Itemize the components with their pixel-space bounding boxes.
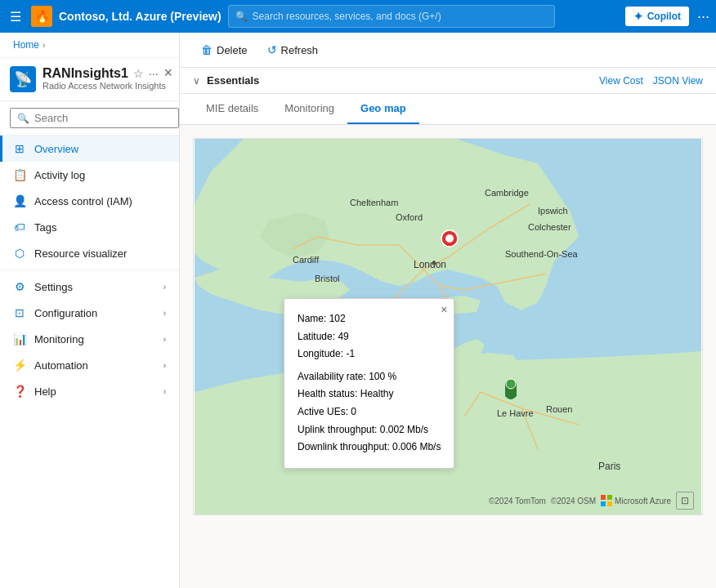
settings-chevron-icon: › [163, 283, 166, 292]
sidebar-item-automation[interactable]: ⚡ Automation › [0, 352, 179, 378]
sidebar-item-access-control[interactable]: 👤 Access control (IAM) [0, 188, 179, 214]
azure-logo-icon [601, 495, 612, 506]
tags-icon: 🏷 [13, 220, 26, 234]
sidebar-item-overview[interactable]: ⊞ Overview [0, 136, 179, 162]
sidebar-item-access-control-label: Access control (IAM) [34, 195, 132, 207]
map-footer-tomtom: ©2024 TomTom [489, 497, 546, 506]
popup-availability-value: 100 % [369, 371, 396, 382]
sidebar-item-tags[interactable]: 🏷 Tags [0, 214, 179, 240]
sidebar-item-help[interactable]: ❓ Help › [0, 378, 179, 404]
refresh-icon: ↺ [267, 43, 277, 56]
tabs-container: MIE details Monitoring Geo map [180, 94, 716, 125]
svg-rect-45 [607, 495, 612, 500]
sidebar-item-resource-visualizer-label: Resource visualizer [34, 247, 127, 260]
nav-divider-1 [0, 270, 179, 270]
map-popup-close-icon[interactable]: × [441, 304, 447, 315]
access-control-icon: 👤 [13, 194, 26, 207]
map-container: Cambridge Ipswich Colchester Cheltenham … [193, 138, 703, 515]
breadcrumb-home[interactable]: Home [13, 39, 39, 51]
popup-name-row: Name: 102 [298, 310, 441, 328]
popup-active-ues-row: Active UEs: 0 [298, 403, 441, 421]
svg-text:London: London [414, 259, 446, 270]
resource-name: RANInsights1 [43, 66, 128, 81]
popup-availability-label: Availability rate: [298, 371, 366, 382]
automation-icon: ⚡ [13, 359, 26, 372]
sidebar-item-configuration-label: Configuration [34, 307, 97, 319]
popup-uplink-row: Uplink throughput: 0.002 Mb/s [298, 421, 441, 439]
svg-text:Rouen: Rouen [546, 404, 572, 414]
popup-health-row: Health status: Healthy [298, 385, 441, 403]
refresh-label: Refresh [281, 44, 319, 56]
popup-uplink-value: 0.002 Mb/s [380, 424, 428, 435]
svg-text:Le Havre: Le Havre [497, 408, 534, 418]
svg-text:Ipswich: Ipswich [538, 206, 568, 216]
view-cost-link[interactable]: View Cost [599, 75, 643, 87]
sidebar-search-input[interactable] [34, 112, 172, 124]
essentials-bar: ∨ Essentials View Cost JSON View [180, 68, 716, 94]
sidebar-item-settings-label: Settings [34, 281, 73, 293]
activity-log-icon: 📋 [13, 168, 26, 181]
refresh-button[interactable]: ↺ Refresh [259, 39, 327, 60]
tab-geo-map[interactable]: Geo map [347, 94, 419, 124]
help-chevron-icon: › [163, 387, 166, 396]
delete-icon: 🗑 [201, 43, 213, 56]
tab-monitoring[interactable]: Monitoring [271, 94, 347, 124]
sidebar-item-help-label: Help [34, 385, 56, 398]
automation-chevron-icon: › [163, 361, 166, 370]
sidebar: Home › 📡 RANInsights1 ☆ ··· Radio Access… [0, 33, 180, 588]
monitoring-chevron-icon: › [163, 335, 166, 344]
resource-close-icon[interactable]: × [163, 65, 172, 82]
sidebar-item-monitoring[interactable]: 📊 Monitoring › [0, 326, 179, 352]
popup-longitude-label: Longitude: [298, 348, 343, 359]
configuration-icon: ⊡ [13, 306, 26, 319]
star-icon[interactable]: ☆ [133, 67, 144, 80]
help-icon: ❓ [13, 385, 26, 398]
topbar-logo-icon: 🔥 [31, 6, 52, 27]
svg-point-41 [506, 379, 516, 389]
breadcrumb: Home › [0, 33, 179, 58]
sidebar-item-automation-label: Automation [34, 359, 88, 372]
resource-info: RANInsights1 ☆ ··· Radio Access Network … [43, 66, 169, 91]
hamburger-icon[interactable]: ☰ [7, 6, 25, 28]
topbar: ☰ 🔥 Contoso, Ltd. Azure (Preview) 🔍 ✦ Co… [0, 0, 716, 33]
map-footer-azure: Microsoft Azure [601, 495, 671, 506]
essentials-chevron-icon[interactable]: ∨ [193, 75, 200, 87]
popup-longitude-row: Longitude: -1 [298, 345, 441, 363]
delete-label: Delete [217, 44, 248, 56]
resource-more-icon[interactable]: ··· [149, 67, 159, 80]
sidebar-item-configuration[interactable]: ⊡ Configuration › [0, 300, 179, 326]
map-footer-osm: ©2024 OSM [551, 497, 596, 506]
svg-point-39 [445, 234, 454, 243]
map-footer: ©2024 TomTom ©2024 OSM Microsoft Azure ⊡ [489, 492, 694, 510]
topbar-search-input[interactable] [253, 11, 548, 22]
sidebar-search-box: 🔍 [10, 108, 179, 128]
map-view[interactable]: Cambridge Ipswich Colchester Cheltenham … [194, 139, 702, 514]
topbar-more-icon[interactable]: ··· [697, 8, 709, 25]
svg-text:Colchester: Colchester [528, 222, 571, 232]
breadcrumb-arrow: › [43, 41, 45, 50]
popup-active-ues-value: 0 [351, 406, 356, 417]
svg-text:Cambridge: Cambridge [485, 188, 529, 198]
sidebar-item-resource-visualizer[interactable]: ⬡ Resource visualizer [0, 240, 179, 266]
sidebar-item-tags-label: Tags [34, 221, 56, 234]
essentials-title: Essentials [207, 74, 259, 87]
svg-rect-47 [607, 501, 612, 506]
copilot-icon: ✦ [633, 10, 643, 23]
popup-downlink-row: Downlink throughput: 0.006 Mb/s [298, 439, 441, 457]
svg-rect-44 [601, 495, 606, 500]
copilot-button[interactable]: ✦ Copilot [625, 7, 689, 26]
map-footer-azure-label: Microsoft Azure [615, 497, 671, 506]
tab-mie-details[interactable]: MIE details [193, 94, 271, 124]
sidebar-item-settings[interactable]: ⚙ Settings › [0, 274, 179, 300]
map-camera-icon[interactable]: ⊡ [676, 492, 694, 510]
sidebar-search-icon: 🔍 [17, 113, 29, 124]
svg-rect-46 [601, 501, 606, 506]
json-view-link[interactable]: JSON View [653, 75, 703, 87]
popup-name-label: Name: [298, 313, 326, 324]
sidebar-item-activity-log[interactable]: 📋 Activity log [0, 162, 179, 188]
svg-text:Cardiff: Cardiff [293, 255, 320, 265]
sidebar-item-monitoring-label: Monitoring [34, 333, 84, 345]
topbar-title: Contoso, Ltd. Azure (Preview) [59, 10, 222, 23]
resource-subtitle: Radio Access Network Insights [43, 81, 169, 91]
delete-button[interactable]: 🗑 Delete [193, 39, 256, 60]
